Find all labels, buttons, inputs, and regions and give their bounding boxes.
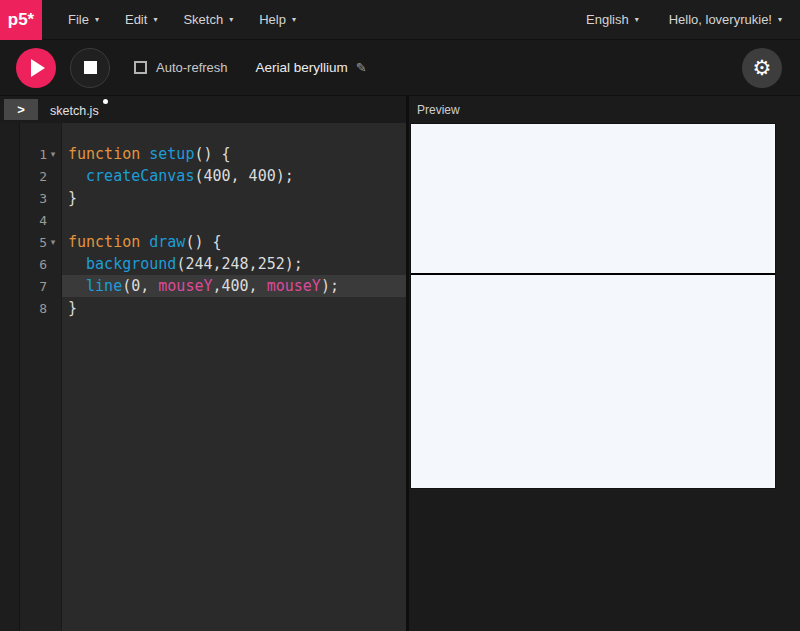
line-number: 6	[39, 257, 47, 272]
gear-icon: ⚙	[753, 56, 772, 80]
code-token: mouseY	[158, 277, 212, 295]
code-line[interactable]: background(244,248,252);	[62, 253, 406, 275]
code-token: () {	[185, 233, 221, 251]
gutter-line: 5▾	[20, 231, 61, 253]
chevron-down-icon: ▾	[95, 16, 99, 24]
file-tab-bar: > sketch.js	[0, 96, 406, 123]
line-number: 3	[39, 191, 47, 206]
code-editor: 1▾2345▾678 function setup() { createCanv…	[0, 123, 406, 631]
menu-file[interactable]: File ▾	[68, 12, 99, 27]
code-token: (244,248,252);	[176, 255, 302, 273]
menu-bar: File ▾ Edit ▾ Sketch ▾ Help ▾	[42, 12, 296, 27]
code-token: line	[86, 277, 122, 295]
chevron-down-icon: ▾	[635, 16, 639, 24]
sketch-name-text: Aerial beryllium	[256, 60, 348, 75]
language-dropdown[interactable]: English ▾	[586, 12, 639, 27]
line-number: 1	[39, 147, 47, 162]
code-token: background	[86, 255, 176, 273]
code-token: }	[68, 189, 77, 207]
code-line[interactable]: }	[62, 297, 406, 319]
code-token: function	[68, 145, 140, 163]
code-token: setup	[149, 145, 194, 163]
auto-refresh-checkbox[interactable]	[134, 61, 147, 74]
code-token	[68, 167, 86, 185]
edit-pencil-icon[interactable]: ✎	[356, 60, 367, 75]
code-token	[68, 255, 86, 273]
menu-help[interactable]: Help ▾	[259, 12, 296, 27]
gutter-line: 4	[20, 209, 61, 231]
sketch-canvas[interactable]	[410, 123, 776, 489]
code-token: ,400,	[213, 277, 267, 295]
main-area: > sketch.js 1▾2345▾678 function setup() …	[0, 96, 800, 631]
preview-pane: Preview	[409, 96, 800, 631]
code-line[interactable]: function draw() {	[62, 231, 406, 253]
gutter-line: 6	[20, 253, 61, 275]
gutter-line: 3	[20, 187, 61, 209]
code-token: function	[68, 233, 140, 251]
gutter-line: 2	[20, 165, 61, 187]
code-token: draw	[149, 233, 185, 251]
stop-icon	[84, 61, 97, 74]
editor-pane: > sketch.js 1▾2345▾678 function setup() …	[0, 96, 406, 631]
sketch-name[interactable]: Aerial beryllium ✎	[256, 60, 367, 75]
line-number: 2	[39, 169, 47, 184]
p5-logo[interactable]: p5*	[0, 0, 42, 40]
play-icon	[31, 59, 45, 77]
code-token	[140, 233, 149, 251]
line-number: 8	[39, 301, 47, 316]
account-dropdown[interactable]: Hello, loveryrukie! ▾	[669, 12, 782, 27]
language-label: English	[586, 12, 629, 27]
code-token: createCanvas	[86, 167, 194, 185]
menu-help-label: Help	[259, 12, 286, 27]
account-label: Hello, loveryrukie!	[669, 12, 772, 27]
chevron-down-icon: ▾	[153, 16, 157, 24]
line-number: 5	[39, 235, 47, 250]
line-number: 4	[39, 213, 47, 228]
chevron-right-icon: >	[17, 102, 25, 117]
settings-button[interactable]: ⚙	[742, 48, 782, 88]
code-token	[68, 277, 86, 295]
code-line[interactable]: function setup() {	[62, 143, 406, 165]
chevron-down-icon: ▾	[778, 16, 782, 24]
code-token: () {	[194, 145, 230, 163]
play-button[interactable]	[16, 48, 56, 88]
chevron-down-icon: ▾	[229, 16, 233, 24]
code-token: (400, 400);	[194, 167, 293, 185]
line-number: 7	[39, 279, 47, 294]
code-line[interactable]: line(0, mouseY,400, mouseY);	[62, 275, 406, 297]
unsaved-dot	[103, 99, 108, 104]
collapsed-sidebar-strip	[0, 123, 20, 631]
code-token: mouseY	[267, 277, 321, 295]
gutter-line: 8	[20, 297, 61, 319]
auto-refresh-toggle: Auto-refresh	[134, 60, 228, 75]
code-line[interactable]: }	[62, 187, 406, 209]
fold-arrow-icon[interactable]: ▾	[47, 237, 59, 247]
gutter-line: 1▾	[20, 143, 61, 165]
code-token: }	[68, 299, 77, 317]
stop-button[interactable]	[70, 48, 110, 88]
menu-file-label: File	[68, 12, 89, 27]
code-token	[140, 145, 149, 163]
gutter-line: 7	[20, 275, 61, 297]
chevron-down-icon: ▾	[292, 16, 296, 24]
auto-refresh-label: Auto-refresh	[156, 60, 228, 75]
code-lines[interactable]: function setup() { createCanvas(400, 400…	[62, 123, 406, 631]
menu-edit[interactable]: Edit ▾	[125, 12, 157, 27]
nav-right: English ▾ Hello, loveryrukie! ▾	[586, 12, 782, 27]
sketch-toolbar: Auto-refresh Aerial beryllium ✎ ⚙	[0, 40, 800, 96]
p5-web-editor: p5* File ▾ Edit ▾ Sketch ▾ Help ▾ Englis…	[0, 0, 800, 631]
canvas-mouse-line	[411, 273, 775, 275]
preview-header: Preview	[409, 96, 800, 123]
code-token: (0,	[122, 277, 158, 295]
preview-label: Preview	[417, 103, 460, 117]
top-nav: p5* File ▾ Edit ▾ Sketch ▾ Help ▾ Englis…	[0, 0, 800, 40]
sidebar-expand-button[interactable]: >	[4, 99, 38, 120]
menu-sketch[interactable]: Sketch ▾	[183, 12, 233, 27]
fold-arrow-icon[interactable]: ▾	[47, 149, 59, 159]
menu-edit-label: Edit	[125, 12, 147, 27]
menu-sketch-label: Sketch	[183, 12, 223, 27]
code-line[interactable]: createCanvas(400, 400);	[62, 165, 406, 187]
tab-sketch-js[interactable]: sketch.js	[50, 101, 108, 119]
tab-label: sketch.js	[50, 104, 99, 118]
code-line[interactable]	[62, 209, 406, 231]
